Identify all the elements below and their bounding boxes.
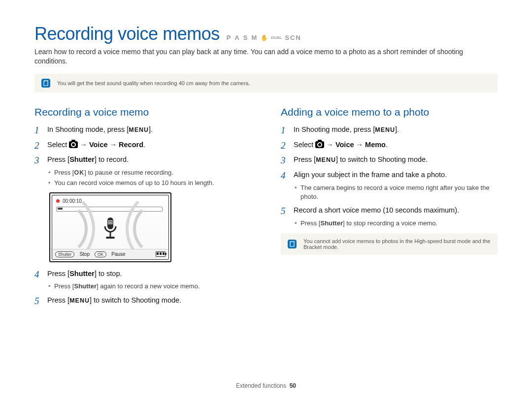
note-icon [41,79,50,88]
col-adding: Adding a voice memo to a photo 1 In Shoo… [281,106,498,308]
sub-item: Press [Shutter] again to record a new vo… [48,282,251,291]
step-body: Press [Shutter] to record. [47,155,129,165]
menu-label: MENU [316,156,336,163]
svg-rect-1 [108,220,113,221]
mode-indicator: P A S M ✋DUAL SCN [227,34,301,41]
step-body: Record a short voice memo (10 seconds ma… [294,206,459,216]
svg-rect-2 [108,222,113,223]
step-num: 3 [281,155,290,166]
heading-recording: Recording a voice memo [34,106,251,118]
lcd-ok-pill: OK [95,251,106,257]
battery-icon [156,251,166,257]
step-num: 2 [281,140,290,152]
step-num: 2 [34,140,43,152]
sub-item: Press [OK] to pause or resume recording. [48,168,251,177]
step-num: 5 [34,296,43,307]
step-body: Press [MENU] to switch to Shooting mode. [294,155,428,165]
camera-icon [315,141,324,148]
step-body: In Shooting mode, press [MENU]. [47,125,153,135]
camera-icon [69,141,78,148]
note-text: You cannot add voice memos to photos in … [303,238,491,250]
page-title: Recording voice memos [34,24,220,44]
step-num: 3 [34,155,43,166]
step-body: Press [MENU] to switch to Shooting mode. [47,296,181,306]
col-recording: Recording a voice memo 1 In Shooting mod… [34,106,251,308]
svg-rect-5 [106,237,115,239]
sub-item: You can record voice memos of up to 10 h… [48,179,251,187]
step-body: Select → Voice → Memo. [294,140,388,150]
dual-hand-icon: ✋ [261,34,268,41]
menu-label: MENU [69,297,90,304]
lcd-pause: Pause [111,251,125,257]
step-num: 4 [34,269,43,280]
note-top: You will get the best sound quality when… [34,74,498,93]
step-num: 4 [281,170,290,182]
sub-item: The camera begins to record a voice memo… [295,184,498,201]
note-text: You will get the best sound quality when… [57,80,250,86]
menu-label: MENU [129,126,149,133]
lcd-illustration: 00:00:10 [49,192,171,262]
menu-label: MENU [375,126,395,133]
step-body: In Shooting mode, press [MENU]. [294,125,399,135]
page-footer: Extended functions 50 [0,382,532,389]
microphone-icon [101,216,119,241]
step-body: Select → Voice → Record. [47,140,145,150]
svg-rect-4 [110,232,111,237]
sub-item: Press [Shutter] to stop recording a voic… [295,219,498,228]
step-num: 1 [34,125,43,136]
lcd-stop: Stop [79,251,90,257]
note-bottom: You cannot add voice memos to photos in … [281,233,498,255]
step-num: 1 [281,125,290,136]
heading-adding: Adding a voice memo to a photo [281,106,498,118]
lcd-shutter-pill: Shutter [55,251,74,257]
step-num: 5 [281,206,290,217]
intro-text: Learn how to record a voice memo that yo… [34,47,498,66]
note-icon [288,240,297,248]
svg-rect-3 [108,223,113,224]
step-body: Align your subject in the frame and take… [294,170,447,180]
step-body: Press [Shutter] to stop. [47,269,122,279]
